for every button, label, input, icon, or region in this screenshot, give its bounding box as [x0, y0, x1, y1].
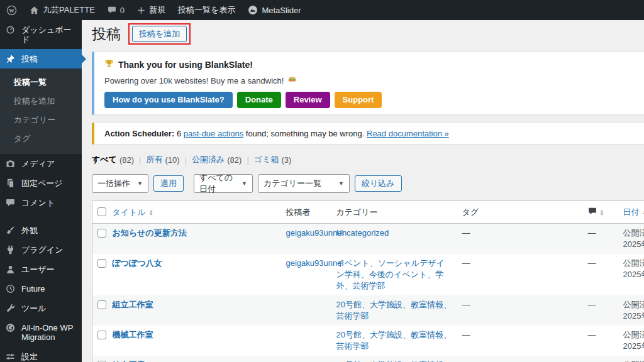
- category-links[interactable]: 20号館、大学施設、教室情報、芸術学部: [336, 330, 452, 351]
- post-title-link[interactable]: 機械工作室: [113, 330, 153, 339]
- sidebar-item-plugins[interactable]: プラグイン: [0, 240, 82, 260]
- view-filter-2: 公開済み(82): [180, 154, 242, 165]
- sidebar-item-tools[interactable]: ツール: [0, 299, 82, 318]
- migration-icon: [6, 323, 16, 332]
- row-checkbox[interactable]: [97, 300, 106, 309]
- table-row: ぽつぽつ八女 geigaku93unnei イベント、ソーシャルデザイン学科、今…: [92, 254, 644, 295]
- sort-arrows-icon: ▲▼: [149, 209, 153, 216]
- view-filter-link[interactable]: すべて: [92, 154, 117, 165]
- post-status: 公開済み: [623, 300, 644, 309]
- blankslate-button-1[interactable]: Donate: [237, 92, 281, 108]
- view-filter-link[interactable]: 公開済み: [192, 154, 225, 165]
- table-row: 組立工作室 20号館、大学施設、教室情報、芸術学部 — — 公開済み 2025年…: [92, 295, 644, 326]
- categories-column-header: カテゴリー: [336, 207, 378, 217]
- view-filter-link[interactable]: 所有: [146, 154, 162, 165]
- sidebar-item-settings[interactable]: 設定: [0, 347, 82, 362]
- blankslate-title: Thank you for using BlankSlate!: [118, 60, 253, 70]
- select-all-checkbox[interactable]: [97, 207, 106, 216]
- sidebar-item-label: 外観: [21, 226, 78, 235]
- date-filter-value: すべての日付: [199, 172, 235, 195]
- settings-icon: [6, 352, 16, 361]
- sidebar-item-comments[interactable]: コメント: [0, 193, 82, 212]
- comment-bubble-icon[interactable]: [588, 207, 597, 217]
- site-name: 九芸PALETTE: [43, 4, 95, 16]
- sidebar-item-posts[interactable]: 投稿: [0, 49, 82, 69]
- action-scheduler-count: 6: [177, 129, 181, 138]
- sidebar-item-users[interactable]: ユーザー: [0, 260, 82, 279]
- category-links[interactable]: イベント、ソーシャルデザイン学科、今後のイベント、学外、芸術学部: [336, 258, 445, 290]
- view-filter-count: (82): [119, 155, 134, 165]
- bulk-action-select[interactable]: 一括操作 ▼: [92, 174, 148, 193]
- metaslider-label: MetaSlider: [262, 6, 301, 15]
- blankslate-subtitle: Powering over 10k websites! Buy me a san…: [104, 76, 284, 85]
- comments-value: —: [588, 258, 596, 268]
- blankslate-button-2[interactable]: Review: [286, 92, 330, 108]
- row-checkbox[interactable]: [97, 229, 106, 238]
- view-posts-label: 投稿一覧を表示: [178, 4, 235, 16]
- row-checkbox[interactable]: [97, 331, 106, 339]
- site-name-menu[interactable]: 九芸PALETTE: [23, 0, 101, 20]
- bulk-action-value: 一括操作: [97, 178, 130, 189]
- action-scheduler-prefix: Action Scheduler:: [104, 129, 174, 138]
- chevron-down-icon: ▼: [338, 180, 344, 187]
- date-filter-select[interactable]: すべての日付 ▼: [194, 174, 253, 193]
- category-links[interactable]: 20号館、大学施設、教室情報、芸術学部: [336, 300, 452, 321]
- comments-value: —: [588, 300, 596, 309]
- apply-button[interactable]: 適用: [153, 175, 184, 192]
- add-post-button[interactable]: 投稿を追加: [132, 26, 187, 42]
- author-link[interactable]: geigaku93unnei: [286, 258, 344, 268]
- posts-submenu-item-0[interactable]: 投稿一覧: [0, 73, 82, 92]
- category-links[interactable]: Uncategorized: [336, 228, 389, 238]
- sidebar-item-all-in-one-wp-migration[interactable]: All-in-One WP Migration: [0, 318, 82, 347]
- comment-count: 0: [120, 6, 125, 15]
- plugin-icon: [6, 245, 16, 255]
- posts-submenu-item-2[interactable]: カテゴリー: [0, 111, 82, 129]
- post-date: 2025年10: [623, 270, 644, 279]
- wp-logo-menu[interactable]: W: [0, 0, 23, 20]
- tags-value: —: [462, 258, 470, 268]
- appearance-icon: [6, 226, 16, 235]
- read-documentation-link[interactable]: Read documentation »: [367, 129, 449, 138]
- post-title-link[interactable]: 組立工作室: [113, 300, 153, 309]
- sidebar-item-label: 投稿: [21, 54, 78, 63]
- page-title: 投稿: [92, 25, 121, 43]
- metaslider-menu[interactable]: MetaSlider: [242, 0, 307, 20]
- sidebar-item-future[interactable]: Future: [0, 279, 82, 299]
- sidebar-item-label: プラグイン: [21, 245, 78, 255]
- sort-by-title[interactable]: タイトル: [113, 207, 146, 217]
- svg-text:W: W: [9, 7, 14, 13]
- admin-bar: W 九芸PALETTE 0 新規 投稿一覧を表示 MetaSlider: [0, 0, 644, 20]
- comments-menu[interactable]: 0: [101, 0, 131, 20]
- view-posts-link[interactable]: 投稿一覧を表示: [172, 0, 242, 20]
- trophy-icon: [104, 59, 114, 70]
- blankslate-button-3[interactable]: Support: [335, 92, 382, 108]
- blankslate-button-0[interactable]: How do you use BlankSlate?: [104, 92, 233, 108]
- sidebar-item-pages[interactable]: 固定ページ: [0, 173, 82, 193]
- category-filter-select[interactable]: カテゴリー一覧 ▼: [258, 174, 350, 193]
- sidebar-item-label: 設定: [21, 352, 78, 361]
- new-content-menu[interactable]: 新規: [131, 0, 172, 20]
- sort-arrows-icon: ▲▼: [600, 209, 604, 216]
- sidebar-item-label: ダッシュボード: [21, 25, 78, 44]
- sidebar-item-label: コメント: [21, 198, 78, 207]
- author-link[interactable]: geigaku93unnei: [286, 228, 344, 238]
- posts-submenu-item-3[interactable]: タグ: [0, 129, 82, 148]
- past-due-actions-link[interactable]: past-due actions: [184, 129, 243, 138]
- sidebar-item-dashboard[interactable]: ダッシュボード: [0, 20, 82, 49]
- tags-value: —: [462, 228, 470, 238]
- post-title-link[interactable]: ぽつぽつ八女: [113, 258, 162, 268]
- pages-icon: [6, 178, 16, 188]
- filter-button[interactable]: 絞り込み: [355, 175, 402, 192]
- posts-submenu-item-1[interactable]: 投稿を追加: [0, 92, 82, 111]
- plus-icon: [137, 6, 145, 14]
- row-checkbox[interactable]: [97, 259, 106, 268]
- sidebar-item-appearance[interactable]: 外観: [0, 221, 82, 240]
- sidebar-item-media[interactable]: メディア: [0, 154, 82, 173]
- post-title-link[interactable]: お知らせの更新方法: [113, 228, 187, 238]
- sidebar-item-label: All-in-One WP Migration: [21, 323, 78, 342]
- annotation-red-box: 投稿を追加: [128, 23, 191, 45]
- chevron-down-icon: ▼: [137, 180, 143, 187]
- sort-by-date[interactable]: 日付: [623, 207, 640, 217]
- tools-icon: [6, 304, 16, 313]
- view-filter-link[interactable]: ゴミ箱: [254, 154, 279, 165]
